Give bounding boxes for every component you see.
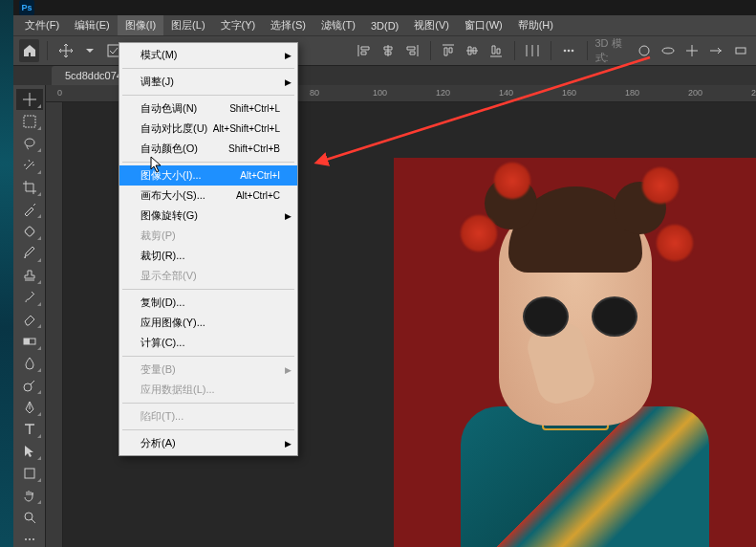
separator — [47, 41, 48, 60]
menu-item[interactable]: 自动色调(N)Shift+Ctrl+L — [119, 98, 297, 119]
svg-point-17 — [32, 538, 34, 540]
path-select-tool[interactable] — [16, 441, 43, 462]
3d-roll-icon — [659, 39, 679, 62]
3d-slide-icon — [706, 39, 726, 62]
svg-point-8 — [25, 139, 34, 146]
titlebar: Ps — [13, 0, 756, 15]
svg-rect-6 — [736, 48, 745, 54]
pen-tool[interactable] — [16, 397, 43, 418]
menu-item[interactable]: 计算(C)... — [119, 333, 297, 353]
3d-zoom-icon — [730, 39, 750, 62]
gradient-tool[interactable] — [16, 331, 43, 352]
healing-tool[interactable] — [16, 221, 43, 242]
eyedropper-tool[interactable] — [16, 199, 43, 220]
menu-select[interactable]: 选择(S) — [263, 15, 313, 35]
align-bottom-icon[interactable] — [486, 39, 507, 62]
menu-3d[interactable]: 3D(D) — [363, 17, 406, 34]
ruler-tick: 100 — [373, 88, 387, 98]
menu-edit[interactable]: 编辑(E) — [67, 15, 118, 35]
menu-item[interactable]: 模式(M)▶ — [119, 45, 297, 65]
menu-layer[interactable]: 图层(L) — [163, 15, 212, 35]
menu-item: 应用数据组(L)... — [119, 380, 297, 400]
ruler-tick: 180 — [625, 88, 639, 98]
ruler-tick: 200 — [688, 88, 702, 98]
shape-tool[interactable] — [16, 463, 43, 484]
ruler-tick: 220 — [751, 88, 756, 98]
type-tool[interactable] — [16, 419, 43, 440]
menu-item[interactable]: 裁切(R)... — [119, 246, 297, 266]
menu-item[interactable]: 调整(J)▶ — [119, 72, 297, 92]
svg-point-1 — [564, 50, 567, 53]
align-right-icon[interactable] — [401, 39, 421, 62]
zoom-tool[interactable] — [16, 507, 43, 528]
blur-tool[interactable] — [16, 353, 43, 374]
move-tool[interactable] — [16, 89, 43, 110]
menu-item[interactable]: 自动对比度(U)Alt+Shift+Ctrl+L — [119, 119, 297, 139]
dropdown-caret-icon[interactable] — [79, 39, 99, 62]
document-image[interactable] — [394, 158, 756, 547]
align-top-icon[interactable] — [438, 39, 458, 62]
separator — [587, 41, 588, 60]
hand-tool[interactable] — [16, 485, 43, 506]
align-left-icon[interactable] — [354, 39, 374, 62]
more-icon[interactable] — [559, 39, 579, 62]
menu-help[interactable]: 帮助(H) — [510, 15, 561, 35]
magic-wand-tool[interactable] — [16, 155, 43, 176]
svg-point-16 — [29, 538, 31, 540]
home-icon[interactable] — [19, 39, 39, 62]
menu-item[interactable]: 画布大小(S)...Alt+Ctrl+C — [119, 186, 297, 206]
menu-type[interactable]: 文字(Y) — [213, 15, 264, 35]
dodge-tool[interactable] — [16, 375, 43, 396]
menu-item[interactable]: 分析(A)▶ — [119, 433, 297, 453]
menu-file[interactable]: 文件(F) — [17, 15, 67, 35]
svg-rect-11 — [24, 339, 30, 344]
vertical-ruler[interactable] — [46, 102, 63, 547]
align-vcenter-icon[interactable] — [463, 39, 483, 62]
svg-point-3 — [572, 50, 574, 53]
svg-rect-9 — [24, 226, 34, 236]
separator — [514, 41, 515, 60]
menu-item[interactable]: 图像旋转(G)▶ — [119, 206, 297, 226]
menu-item: 裁剪(P) — [119, 226, 297, 246]
distribute-icon[interactable] — [523, 39, 543, 62]
ruler-tick: 160 — [562, 88, 576, 98]
ps-logo: Ps — [19, 0, 34, 15]
menu-filter[interactable]: 滤镜(T) — [313, 15, 363, 35]
svg-rect-7 — [24, 116, 35, 127]
tools-panel — [13, 85, 46, 547]
crop-tool[interactable] — [16, 177, 43, 198]
desktop-edge — [0, 0, 13, 547]
menu-window[interactable]: 窗口(W) — [457, 15, 510, 35]
menu-item: 陷印(T)... — [119, 406, 297, 427]
menu-item[interactable]: 自动颜色(O)Shift+Ctrl+B — [119, 139, 297, 159]
ruler-tick: 0 — [57, 88, 62, 98]
menu-item[interactable]: 图像大小(I)...Alt+Ctrl+I — [119, 165, 297, 186]
3d-orbit-icon — [635, 39, 655, 62]
3d-mode-label: 3D 模式: — [595, 36, 631, 65]
move-tool-icon[interactable] — [55, 39, 76, 62]
marquee-tool[interactable] — [16, 111, 43, 132]
menu-item[interactable]: 复制(D)... — [119, 293, 297, 313]
ruler-tick: 140 — [499, 88, 513, 98]
brush-tool[interactable] — [16, 243, 43, 264]
svg-point-2 — [568, 50, 571, 53]
svg-point-5 — [662, 48, 674, 54]
menu-image[interactable]: 图像(I) — [118, 15, 163, 35]
menu-item[interactable]: 应用图像(Y)... — [119, 313, 297, 333]
lasso-tool[interactable] — [16, 133, 43, 154]
3d-pan-icon — [682, 39, 702, 62]
separator — [430, 41, 431, 60]
stamp-tool[interactable] — [16, 265, 43, 286]
svg-point-12 — [24, 383, 32, 391]
svg-rect-0 — [108, 45, 119, 56]
menu-view[interactable]: 视图(V) — [406, 15, 457, 35]
menu-item: 变量(B)▶ — [119, 360, 297, 380]
history-brush-tool[interactable] — [16, 287, 43, 308]
separator — [551, 41, 551, 60]
eraser-tool[interactable] — [16, 309, 43, 330]
edit-toolbar-icon[interactable] — [16, 529, 43, 547]
menubar: 文件(F) 编辑(E) 图像(I) 图层(L) 文字(Y) 选择(S) 滤镜(T… — [13, 15, 756, 35]
ruler-tick: 120 — [436, 88, 450, 98]
align-hcenter-icon[interactable] — [378, 39, 398, 62]
svg-point-15 — [25, 538, 27, 540]
